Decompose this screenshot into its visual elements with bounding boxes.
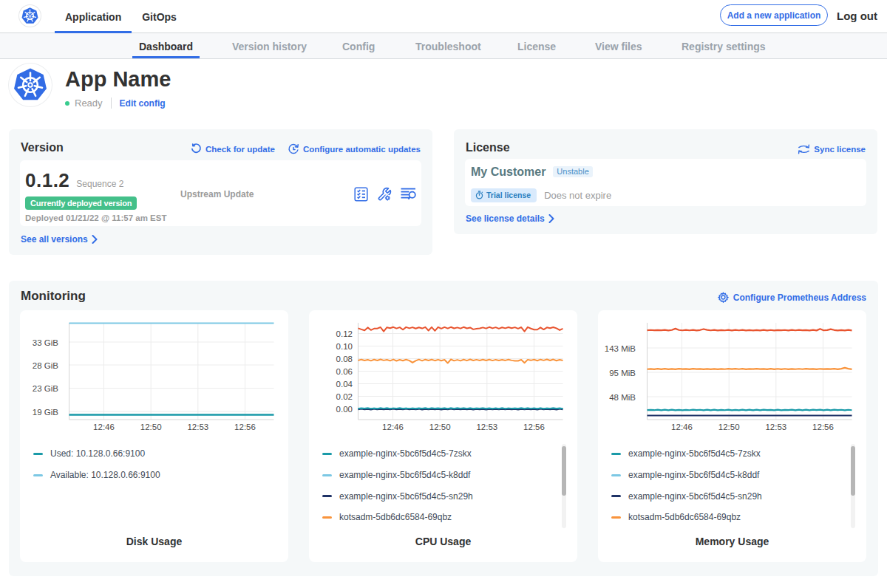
svg-text:12:50: 12:50 (718, 423, 740, 431)
svg-text:12:46: 12:46 (382, 423, 404, 431)
svg-text:12:53: 12:53 (765, 423, 786, 431)
svg-text:0.00: 0.00 (336, 405, 353, 414)
svg-text:0.08: 0.08 (336, 355, 353, 363)
svg-text:12:46: 12:46 (93, 423, 115, 431)
svg-text:12:46: 12:46 (671, 423, 693, 431)
svg-text:12:50: 12:50 (429, 423, 451, 431)
svg-text:19 GiB: 19 GiB (33, 408, 58, 417)
svg-text:0.10: 0.10 (336, 342, 353, 351)
svg-text:12:56: 12:56 (234, 423, 256, 431)
svg-text:12:56: 12:56 (523, 423, 545, 431)
svg-text:48 MiB: 48 MiB (609, 393, 636, 402)
svg-text:12:56: 12:56 (812, 423, 834, 431)
svg-text:0.06: 0.06 (336, 367, 353, 376)
svg-text:0.02: 0.02 (336, 392, 353, 401)
svg-text:0.12: 0.12 (336, 329, 353, 338)
svg-text:28 GiB: 28 GiB (33, 361, 58, 370)
svg-text:12:53: 12:53 (187, 423, 208, 431)
svg-text:95 MiB: 95 MiB (609, 369, 636, 377)
svg-text:0.04: 0.04 (336, 380, 353, 389)
svg-text:12:53: 12:53 (476, 423, 497, 431)
svg-text:143 MiB: 143 MiB (605, 344, 636, 353)
svg-text:23 GiB: 23 GiB (33, 384, 58, 393)
svg-text:12:50: 12:50 (140, 423, 162, 431)
svg-text:33 GiB: 33 GiB (33, 338, 58, 347)
